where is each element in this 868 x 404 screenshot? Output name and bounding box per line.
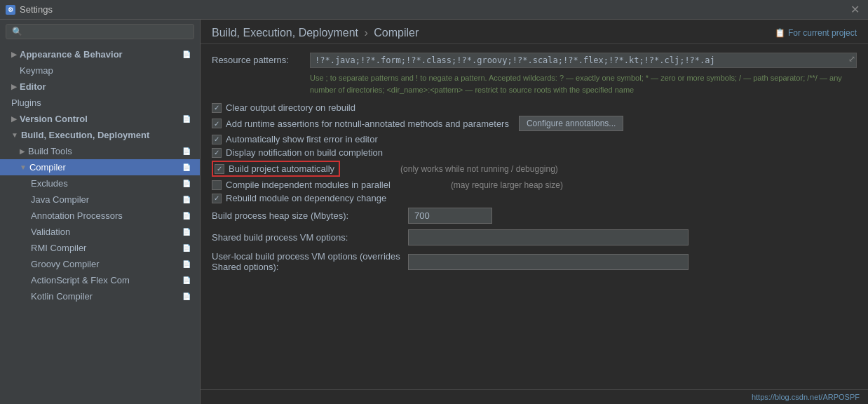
breadcrumb-sep: › xyxy=(364,27,367,39)
heap-size-input[interactable] xyxy=(408,208,492,224)
checkbox-display-notif-cb[interactable] xyxy=(212,148,222,158)
option-row-add-runtime: Add runtime assertions for notnull-annot… xyxy=(212,116,857,131)
resource-field-wrapper: !?*.java;!?*.form;!?*.class;!?*.groovy;!… xyxy=(310,53,857,68)
page-icon: 📄 xyxy=(182,163,191,173)
sidebar-item-annotation-processors[interactable]: Annotation Processors 📄 xyxy=(0,208,200,224)
shared-vm-input[interactable] xyxy=(408,229,689,245)
sidebar-item-label: RMI Compiler xyxy=(31,243,86,253)
checkbox-auto-show-cb[interactable] xyxy=(212,135,222,144)
title-bar: ⚙ Settings ✕ xyxy=(0,0,868,20)
app-icon: ⚙ xyxy=(6,5,15,15)
sidebar: 🔍 ▶ Appearance & Behavior 📄 Keymap ▶ xyxy=(0,20,201,404)
sidebar-item-label: Java Compiler xyxy=(31,194,89,205)
for-project-icon: 📋 xyxy=(775,28,785,38)
option-row-clear-output: Clear output directory on rebuild xyxy=(212,102,857,113)
expand-icon: ▼ xyxy=(11,131,18,139)
panel-header: Build, Execution, Deployment › Compiler … xyxy=(201,20,868,44)
page-icon: 📄 xyxy=(182,50,191,60)
checkbox-compile-parallel-cb[interactable] xyxy=(212,180,222,190)
page-icon: 📄 xyxy=(182,227,191,237)
page-icon: 📄 xyxy=(182,179,191,189)
sidebar-item-label: Build Tools xyxy=(28,146,72,156)
checkbox-rebuild-module[interactable]: Rebuild module on dependency change xyxy=(212,193,386,203)
panel-body: Resource patterns: !?*.java;!?*.form;!?*… xyxy=(201,44,868,389)
expand-icon[interactable]: ⤢ xyxy=(848,54,855,64)
user-vm-input[interactable] xyxy=(408,254,689,270)
sidebar-item-groovy-compiler[interactable]: Groovy Compiler 📄 xyxy=(0,256,200,272)
shared-vm-label: Shared build process VM options: xyxy=(212,232,408,243)
checkbox-add-runtime[interactable]: Add runtime assertions for notnull-annot… xyxy=(212,119,509,129)
sidebar-item-compiler[interactable]: ▼ Compiler 📄 xyxy=(0,159,200,175)
sidebar-item-label: Validation xyxy=(31,227,70,237)
checkbox-display-notif[interactable]: Display notification on build completion xyxy=(212,147,383,158)
option-row-auto-show: Automatically show first error in editor xyxy=(212,134,857,144)
checkbox-clear-output-cb[interactable] xyxy=(212,103,222,113)
highlighted-build-auto: Build project automatically xyxy=(212,161,340,177)
configure-annotations-button[interactable]: Configure annotations... xyxy=(519,116,623,131)
expand-icon: ▶ xyxy=(11,115,17,123)
right-panel: Build, Execution, Deployment › Compiler … xyxy=(201,20,868,404)
sidebar-item-build-tools[interactable]: ▶ Build Tools 📄 xyxy=(0,143,200,159)
build-auto-note: (only works while not running / debuggin… xyxy=(400,164,558,174)
sidebar-item-label: Compiler xyxy=(29,162,66,173)
user-vm-label: User-local build process VM options (ove… xyxy=(212,251,408,272)
shared-vm-row: Shared build process VM options: xyxy=(212,229,857,245)
sidebar-item-kotlin-compiler[interactable]: Kotlin Compiler 📄 xyxy=(0,288,200,304)
sidebar-item-java-compiler[interactable]: Java Compiler 📄 xyxy=(0,191,200,208)
checkbox-build-auto-cb[interactable] xyxy=(215,164,224,174)
sidebar-item-label: Annotation Processors xyxy=(31,210,123,221)
sidebar-item-excludes[interactable]: Excludes 📄 xyxy=(0,175,200,191)
sidebar-item-appearance[interactable]: ▶ Appearance & Behavior 📄 xyxy=(0,46,200,62)
sidebar-item-label: ActionScript & Flex Com xyxy=(31,275,130,285)
option-row-display-notif: Display notification on build completion xyxy=(212,147,857,158)
checkbox-clear-output[interactable]: Clear output directory on rebuild xyxy=(212,102,355,113)
option-row-build-auto: Build project automatically (only works … xyxy=(212,161,857,177)
expand-icon: ▼ xyxy=(20,163,27,171)
page-icon: 📄 xyxy=(182,195,191,205)
sidebar-item-build-exec[interactable]: ▼ Build, Execution, Deployment xyxy=(0,127,200,143)
sidebar-item-plugins[interactable]: Plugins xyxy=(0,95,200,111)
sidebar-item-label: Kotlin Compiler xyxy=(31,291,93,302)
option-label-build-auto: Build project automatically xyxy=(229,163,334,174)
compile-parallel-note: (may require larger heap size) xyxy=(451,180,563,190)
heap-size-row: Build process heap size (Mbytes): xyxy=(212,208,857,224)
sidebar-item-rmi-compiler[interactable]: RMI Compiler 📄 xyxy=(0,240,200,256)
page-icon: 📄 xyxy=(182,292,191,302)
page-icon: 📄 xyxy=(182,276,191,285)
sidebar-item-label: Keymap xyxy=(20,65,53,76)
close-button[interactable]: ✕ xyxy=(848,3,862,16)
sidebar-item-validation[interactable]: Validation 📄 xyxy=(0,224,200,240)
resource-patterns-label: Resource patterns: xyxy=(212,53,310,65)
sidebar-item-label: Groovy Compiler xyxy=(31,259,100,269)
page-icon: 📄 xyxy=(182,114,191,124)
heap-size-label: Build process heap size (Mbytes): xyxy=(212,210,408,221)
option-row-compile-parallel: Compile independent modules in parallel … xyxy=(212,180,857,190)
sidebar-item-version-control[interactable]: ▶ Version Control 📄 xyxy=(0,111,200,127)
checkbox-rebuild-module-cb[interactable] xyxy=(212,194,222,203)
sidebar-item-actionscript[interactable]: ActionScript & Flex Com 📄 xyxy=(0,272,200,288)
expand-icon: ▶ xyxy=(20,147,25,155)
sidebar-item-label: Excludes xyxy=(31,178,68,189)
sidebar-item-label: Version Control xyxy=(20,114,88,124)
option-row-rebuild-module: Rebuild module on dependency change xyxy=(212,193,857,203)
checkbox-add-runtime-cb[interactable] xyxy=(212,119,222,128)
footer-link: https://blog.csdn.net/ARPOSPF xyxy=(201,389,868,404)
checkbox-compile-parallel[interactable]: Compile independent modules in parallel xyxy=(212,180,391,190)
option-label-display-notif: Display notification on build completion xyxy=(226,147,383,158)
sidebar-item-label: Plugins xyxy=(11,97,41,108)
for-project-button[interactable]: 📋 For current project xyxy=(775,28,857,38)
resource-value: !?*.java;!?*.form;!?*.class;!?*.groovy;!… xyxy=(315,55,715,65)
resource-hint: Use ; to separate patterns and ! to nega… xyxy=(310,72,857,95)
sidebar-item-keymap[interactable]: Keymap xyxy=(0,62,200,79)
checkbox-auto-show[interactable]: Automatically show first error in editor xyxy=(212,134,378,144)
sidebar-item-label: Appearance & Behavior xyxy=(20,49,123,60)
main-content: 🔍 ▶ Appearance & Behavior 📄 Keymap ▶ xyxy=(0,20,868,404)
resource-field[interactable]: !?*.java;!?*.form;!?*.class;!?*.groovy;!… xyxy=(310,53,857,68)
search-icon: 🔍 xyxy=(12,27,22,36)
for-project-label: For current project xyxy=(788,28,857,38)
search-box[interactable]: 🔍 xyxy=(6,24,194,39)
sidebar-item-editor[interactable]: ▶ Editor xyxy=(0,79,200,95)
nav-tree: ▶ Appearance & Behavior 📄 Keymap ▶ Edito… xyxy=(0,43,200,404)
page-icon: 📄 xyxy=(182,243,191,253)
sidebar-item-label: Editor xyxy=(20,81,46,92)
